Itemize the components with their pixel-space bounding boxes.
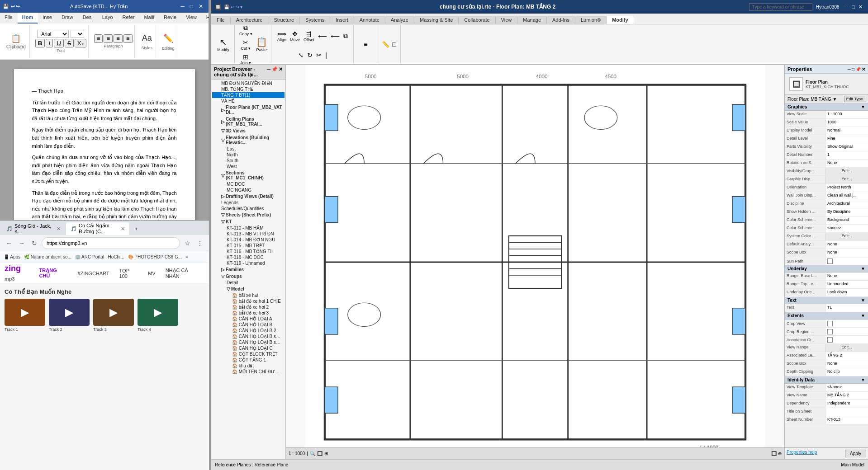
modify-btn[interactable]: ↖ Modify xyxy=(216,36,230,53)
prop-expand-icon[interactable]: □ xyxy=(852,67,854,72)
prop-pin-icon[interactable]: 📌 xyxy=(855,67,861,72)
tab-mailings[interactable]: Maili xyxy=(139,13,159,24)
tab-review[interactable]: Revie xyxy=(159,13,181,24)
create-group-btn[interactable]: □ xyxy=(391,40,397,49)
pb-group-drafting[interactable]: ▷ Drafting Views (Detail) xyxy=(212,193,285,200)
tab-design[interactable]: Desi xyxy=(78,13,98,24)
browser-tab-1[interactable]: 🎵 Sóng Gió - Jack, K... ✕ xyxy=(2,222,65,235)
font-family-select[interactable]: Arial xyxy=(37,30,69,38)
pb-item-bai-xe-hoi[interactable]: 🏠 bãi xe hơi xyxy=(212,292,285,298)
prop-value-sun-path[interactable] xyxy=(825,258,868,265)
rtab-analyze[interactable]: Analyze xyxy=(385,16,414,24)
pb-item-south[interactable]: South xyxy=(212,158,285,164)
cut-btn[interactable]: ✂ Cut ▾ xyxy=(238,38,253,52)
zing-nav-trangchu[interactable]: TRANG CHỦ xyxy=(37,266,71,281)
split-btn[interactable]: | xyxy=(324,51,328,60)
bookmark-nature[interactable]: 🌿 Nature ambient so... xyxy=(24,254,71,259)
zing-card-4[interactable]: ▶ Track 4 xyxy=(138,299,178,332)
pb-item-kt016[interactable]: KT-016 - MB TỔNG TH xyxy=(212,249,285,254)
revit-maximize-btn[interactable]: □ xyxy=(852,4,855,9)
prop-value-view-name[interactable]: MB TẦNG 2 xyxy=(825,392,868,400)
pb-close-icon[interactable]: ✕ xyxy=(279,66,283,78)
pb-group-sections[interactable]: ▽ Sections (KT_MC1_CHINH) xyxy=(212,169,285,181)
align-btn[interactable]: ⟺Align xyxy=(276,29,287,43)
rtab-massing[interactable]: Massing & Site xyxy=(414,16,459,24)
pb-item-mc-doc[interactable]: MC DOC xyxy=(212,181,285,187)
settings-btn[interactable]: ⋮ xyxy=(194,238,205,249)
prop-value-system-color-edit[interactable]: Edit... xyxy=(825,233,868,240)
prop-section-graphics[interactable]: Graphics ▼ xyxy=(785,103,868,111)
prop-value-graphic-disp-edit[interactable]: Edit... xyxy=(825,176,868,183)
pb-item-kt019[interactable]: KT-019 - Unnamed xyxy=(212,260,285,266)
refresh-btn[interactable]: ↻ xyxy=(29,238,40,249)
pb-item-mui-ten[interactable]: 🏠 MŨI TÊN CHỈ ĐƯỜNG xyxy=(212,369,285,375)
pb-group-model[interactable]: ▽ Model xyxy=(212,286,285,292)
tab-draw[interactable]: Draw xyxy=(57,13,78,24)
bookmark-arc[interactable]: 🏢 ARC Portal ∙ HoChi... xyxy=(75,254,124,259)
pb-item-schedules[interactable]: Schedules/Quantities xyxy=(212,206,285,212)
zing-nav-nhaccanhan[interactable]: NHẠC CÁ NHÂN xyxy=(163,266,204,281)
pb-item-north[interactable]: North xyxy=(212,152,285,158)
rtab-lumion[interactable]: Lumion® xyxy=(575,16,607,24)
pb-item-mb-don-nguyen[interactable]: MB ĐƠN NGUYÊN ĐIỂN xyxy=(212,80,285,86)
prop-value-scope-box-graphics[interactable]: None xyxy=(825,249,868,257)
tab2-close[interactable]: ✕ xyxy=(121,226,125,232)
rtab-annotate[interactable]: Annotate xyxy=(354,16,385,24)
bookmark-apps[interactable]: 📱 Apps xyxy=(4,254,20,259)
prop-value-underlay-orient[interactable]: Look down xyxy=(825,289,868,296)
prop-value-title-on-sheet[interactable] xyxy=(825,408,868,416)
pb-item-bai-do-3[interactable]: 🏠 bải đồ xe hơi 3 xyxy=(212,310,285,316)
underline-btn[interactable]: U xyxy=(54,39,64,47)
zing-card-2[interactable]: ▶ Track 2 xyxy=(49,299,90,332)
word-close-btn[interactable]: ✕ xyxy=(196,3,206,9)
prop-value-view-range-edit[interactable]: Edit... xyxy=(825,344,868,352)
rtab-addins[interactable]: Add-Ins xyxy=(547,16,575,24)
pb-item-can-ho-b[interactable]: 🏠 CĂN HỘ LOẠI B xyxy=(212,322,285,328)
pb-item-va-he[interactable]: VÀ HỀ xyxy=(212,98,285,104)
prop-value-detail-level[interactable]: Fine xyxy=(825,135,868,143)
copy-btn[interactable]: ⧉ Copy ▾ xyxy=(238,24,253,37)
pb-item-mb-tong-the[interactable]: MB. TỔNG THỂ xyxy=(212,86,285,92)
prop-section-underlay[interactable]: Underlay ▼ xyxy=(785,265,868,273)
forward-btn[interactable]: → xyxy=(16,238,27,249)
prop-value-visibility-edit[interactable]: Edit... xyxy=(825,168,868,175)
pb-group-kt[interactable]: ▽ KT xyxy=(212,218,285,225)
pb-item-east[interactable]: East xyxy=(212,146,285,152)
scale-btn[interactable]: ⤡ xyxy=(297,51,304,60)
pb-item-kt013[interactable]: KT-013 - MB VỊ TRÍ ĐN xyxy=(212,231,285,237)
join-btn[interactable]: ⊞ Join ▾ xyxy=(238,52,253,66)
rtab-architecture[interactable]: Architecture xyxy=(231,16,269,24)
mirror-draw-btn[interactable]: ⟵ xyxy=(330,32,341,41)
prop-value-text[interactable]: TL xyxy=(825,304,868,312)
prop-value-view-scale[interactable]: 1 : 1000 xyxy=(825,111,868,118)
prop-value-range-base[interactable]: None xyxy=(825,273,868,280)
bold-btn[interactable]: B xyxy=(35,39,45,47)
tab-layout[interactable]: Layo xyxy=(98,13,118,24)
bookmark-photoshop[interactable]: 🎨 PHOTOSHOP CS6 G... xyxy=(128,254,182,259)
strikethrough-btn[interactable]: S̶ xyxy=(65,39,74,47)
pb-item-kt014[interactable]: KT-014 - MB ĐƠN NGU xyxy=(212,237,285,243)
rtab-view[interactable]: View xyxy=(496,16,518,24)
pb-group-elevations[interactable]: ▽ Elevations (Building Elevatic... xyxy=(212,134,285,146)
prop-value-rotation[interactable]: None xyxy=(825,160,868,167)
pb-item-can-ho-b-sua1[interactable]: 🏠 CĂN HỘ LOẠI B sửa I xyxy=(212,334,285,339)
prop-value-view-template[interactable]: <None> xyxy=(825,384,868,391)
pb-item-legends[interactable]: Legends xyxy=(212,200,285,206)
crop-region-checkbox[interactable] xyxy=(827,329,833,334)
revit-minimize-btn[interactable]: ─ xyxy=(845,4,849,9)
annotation-crop-checkbox[interactable] xyxy=(827,337,833,343)
word-redo-icon[interactable]: ↪ xyxy=(16,4,20,9)
styles-btn[interactable]: Aa xyxy=(140,33,154,45)
rtab-systems[interactable]: Systems xyxy=(300,16,330,24)
url-bar[interactable] xyxy=(42,237,180,249)
prop-value-wall-join[interactable]: Clean all wall j... xyxy=(825,192,868,200)
tab-insert[interactable]: Inse xyxy=(38,13,57,24)
pb-item-cot-block[interactable]: 🏠 CỘT BLOCK TRỆT xyxy=(212,351,285,357)
mirror-pick-btn[interactable]: ⟵ xyxy=(317,32,328,41)
prop-value-parts-visibility[interactable]: Show Original xyxy=(825,143,868,151)
zing-card-1[interactable]: ▶ Track 1 xyxy=(5,299,45,332)
rtab-insert[interactable]: Insert xyxy=(330,16,354,24)
italic-btn[interactable]: I xyxy=(46,39,53,47)
prop-value-orientation[interactable]: Project North xyxy=(825,184,868,192)
prop-value-annotation-crop[interactable] xyxy=(825,336,868,343)
